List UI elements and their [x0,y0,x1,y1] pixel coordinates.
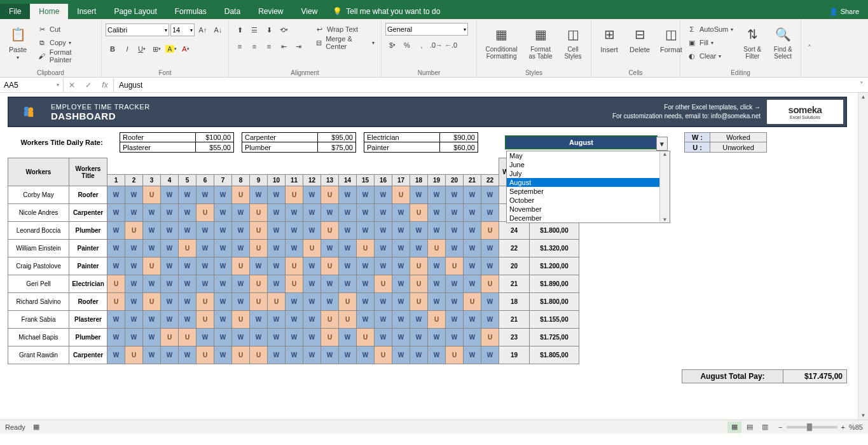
day-cell[interactable]: W [232,204,250,222]
day-cell[interactable]: U [375,275,392,293]
day-cell[interactable]: W [392,222,410,240]
day-cell[interactable]: W [464,346,481,364]
day-cell[interactable]: U [286,275,303,293]
enter-formula-button[interactable]: ✓ [80,81,97,90]
day-cell[interactable]: U [392,186,410,204]
day-cell[interactable]: W [392,346,410,364]
day-cell[interactable]: U [321,257,339,275]
month-option[interactable]: December [507,214,670,222]
day-cell[interactable]: W [375,257,392,275]
day-cell[interactable]: W [446,222,464,240]
day-cell[interactable]: W [357,275,375,293]
day-cell[interactable]: U [250,275,268,293]
day-cell[interactable]: U [428,240,446,257]
day-cell[interactable]: W [179,311,196,329]
day-cell[interactable]: W [339,240,357,257]
worker-title[interactable]: Roofer [69,293,107,311]
day-cell[interactable]: W [321,346,339,364]
day-cell[interactable]: W [161,275,179,293]
worker-title[interactable]: Carpenter [69,204,107,222]
day-cell[interactable]: W [392,204,410,222]
day-cell[interactable]: W [286,329,303,346]
day-cell[interactable]: W [286,240,303,257]
day-cell[interactable]: U [481,329,499,346]
day-cell[interactable]: U [339,293,357,311]
day-cell[interactable]: W [268,222,286,240]
day-cell[interactable]: W [357,293,375,311]
day-cell[interactable]: W [214,275,232,293]
page-layout-view-button[interactable]: ▤ [743,421,757,433]
day-cell[interactable]: W [214,329,232,346]
day-cell[interactable]: U [250,293,268,311]
day-cell[interactable]: W [339,186,357,204]
rate-line[interactable]: Roofer$100,00 [120,132,234,142]
day-cell[interactable]: W [481,293,499,311]
day-cell[interactable]: W [375,329,392,346]
merge-center-button[interactable]: ⊟Merge & Center▾ [312,36,377,49]
bold-button[interactable]: B [106,42,120,56]
day-cell[interactable]: W [268,346,286,364]
day-cell[interactable]: U [250,204,268,222]
worker-name[interactable]: Michael Bapis [8,329,69,346]
day-cell[interactable]: W [125,186,143,204]
day-cell[interactable]: U [179,240,196,257]
cancel-formula-button[interactable]: ✕ [64,81,80,90]
month-option[interactable]: September [507,187,670,196]
day-cell[interactable]: W [446,275,464,293]
day-cell[interactable]: W [446,329,464,346]
day-cell[interactable]: W [196,222,214,240]
day-cell[interactable]: W [107,240,125,257]
month-select[interactable]: August ▾ MayJuneJulyAugustSeptemberOctob… [505,135,658,149]
day-cell[interactable]: W [250,311,268,329]
day-cell[interactable]: W [428,257,446,275]
day-cell[interactable]: U [321,186,339,204]
day-cell[interactable]: W [410,240,428,257]
day-cell[interactable]: U [107,275,125,293]
day-cell[interactable]: U [232,257,250,275]
day-cell[interactable]: W [268,240,286,257]
align-center-button[interactable]: ≡ [247,39,261,53]
day-cell[interactable]: W [107,329,125,346]
day-cell[interactable]: W [143,222,161,240]
day-cell[interactable]: W [410,311,428,329]
worker-title[interactable]: Painter [69,240,107,257]
day-cell[interactable]: W [321,240,339,257]
day-cell[interactable]: W [179,346,196,364]
formula-input[interactable]: August [114,78,855,92]
day-cell[interactable]: W [303,329,321,346]
day-cell[interactable]: W [107,257,125,275]
day-cell[interactable]: W [446,311,464,329]
day-cell[interactable]: W [446,240,464,257]
worker-title[interactable]: Plasterer [69,311,107,329]
align-bottom-button[interactable]: ⬇ [262,23,276,37]
day-cell[interactable]: U [143,186,161,204]
day-cell[interactable]: W [179,186,196,204]
day-cell[interactable]: U [196,346,214,364]
day-cell[interactable]: W [286,311,303,329]
day-cell[interactable]: W [357,186,375,204]
day-cell[interactable]: W [125,204,143,222]
wrap-text-button[interactable]: ↩Wrap Text [312,23,377,36]
day-cell[interactable]: W [161,240,179,257]
day-cell[interactable]: W [214,186,232,204]
decrease-indent-button[interactable]: ⇤ [277,39,291,53]
day-cell[interactable]: W [214,222,232,240]
day-cell[interactable]: W [214,346,232,364]
day-cell[interactable]: W [339,275,357,293]
day-cell[interactable]: W [446,204,464,222]
day-cell[interactable]: W [339,346,357,364]
day-cell[interactable]: W [161,204,179,222]
day-cell[interactable]: W [303,275,321,293]
expand-formula-bar-button[interactable]: ˅ [855,78,868,92]
month-option[interactable]: May [507,151,670,160]
day-cell[interactable]: W [303,311,321,329]
day-cell[interactable]: W [125,275,143,293]
day-cell[interactable]: W [214,240,232,257]
day-cell[interactable]: U [410,293,428,311]
day-cell[interactable]: W [286,293,303,311]
day-cell[interactable]: W [357,222,375,240]
day-cell[interactable]: W [143,311,161,329]
worker-title[interactable]: Plumber [69,222,107,240]
day-cell[interactable]: W [161,186,179,204]
day-cell[interactable]: W [214,257,232,275]
